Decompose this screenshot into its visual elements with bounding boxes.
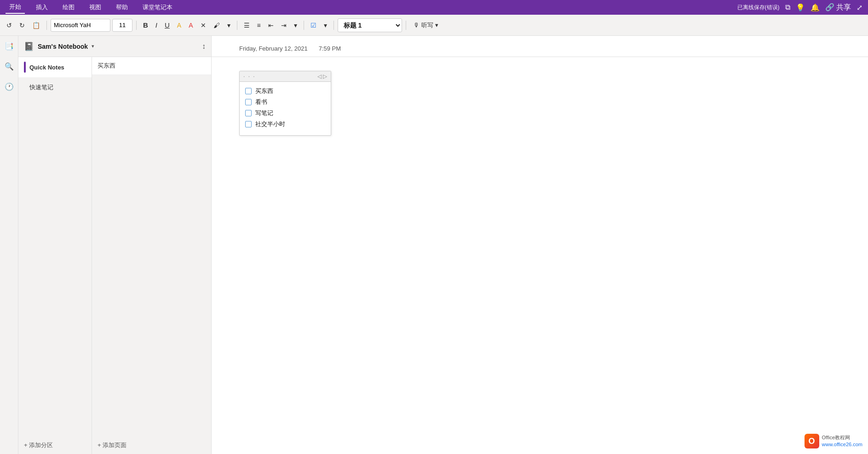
main-layout: 📑 🔍 🕐 📓 Sam's Notebook ▾ ↕ Quick Notes xyxy=(0,36,868,454)
undo-button[interactable]: ↺ xyxy=(4,20,15,31)
paint-button[interactable]: 🖌 xyxy=(211,20,223,31)
separator-1 xyxy=(46,21,47,30)
title-bar-right: 已离线保存(错误) ⧉ 💡 🔔 🔗 共享 ⤢ xyxy=(737,3,862,12)
todo-checkbox-button[interactable]: ☑ xyxy=(308,20,319,31)
section-item-quick-notes[interactable]: Quick Notes xyxy=(18,57,92,77)
heading-select[interactable]: 标题 1 xyxy=(338,18,402,32)
sections-icon[interactable]: 📑 xyxy=(3,40,16,52)
add-section-label: + 添加分区 xyxy=(24,441,53,449)
section-indicator-quick-notes xyxy=(24,62,26,73)
section-item-kuaisu-biji[interactable]: 快速笔记 xyxy=(18,77,92,98)
watermark-logo-text: O xyxy=(809,437,815,446)
duplicate-icon[interactable]: ⧉ xyxy=(785,3,790,11)
pages-panel: 买东西 + 添加页面 xyxy=(92,57,211,454)
sort-icon[interactable]: ↕ xyxy=(202,42,206,51)
watermark-line1: Office教程网 xyxy=(822,434,862,441)
todo-item-1: 买东西 xyxy=(245,86,325,97)
lightbulb-icon[interactable]: 💡 xyxy=(796,3,805,12)
section-label-kuaisu-biji: 快速笔记 xyxy=(29,83,53,92)
numbered-list-button[interactable]: ≡ xyxy=(254,20,264,31)
note-card-dots: · · · xyxy=(243,73,256,80)
menu-charu[interactable]: 插入 xyxy=(32,1,52,13)
separator-3 xyxy=(237,21,237,30)
todo-text-4: 社交半小时 xyxy=(255,120,285,128)
highlight-button[interactable]: A xyxy=(174,20,184,31)
menu-shitu[interactable]: 视图 xyxy=(86,1,105,13)
save-status: 已离线保存(错误) xyxy=(737,4,780,11)
todo-checkbox-1[interactable] xyxy=(245,88,252,94)
dictate-button[interactable]: 🎙 听写 ▾ xyxy=(410,19,442,31)
page-label-mai-dongxi: 买东西 xyxy=(98,62,115,69)
add-page-label: + 添加页面 xyxy=(98,441,126,449)
notebook-chevron[interactable]: ▾ xyxy=(92,43,94,49)
add-page-button[interactable]: + 添加页面 xyxy=(92,437,211,454)
section-indicator-kuaisu-biji xyxy=(24,82,26,93)
todo-item-4: 社交半小时 xyxy=(245,119,325,130)
page-header: Friday, February 12, 2021 7:59 PM xyxy=(212,36,868,57)
todo-item-2: 看书 xyxy=(245,97,325,108)
search-icon[interactable]: 🔍 xyxy=(3,60,16,73)
note-card[interactable]: · · · ◁ ▷ 买东西 看书 xyxy=(239,71,331,136)
bold-button[interactable]: B xyxy=(140,19,151,31)
content-area[interactable]: Friday, February 12, 2021 7:59 PM · · · … xyxy=(212,36,868,454)
menu-kebianji[interactable]: 课堂笔记本 xyxy=(139,1,176,13)
text-color-button[interactable]: A xyxy=(186,20,195,31)
todo-text-2: 看书 xyxy=(255,98,267,106)
toolbar: ↺ ↻ 📋 B I U A A ✕ 🖌 ▾ ☰ ≡ ⇤ ⇥ ▾ ☑ ▾ 标题 1… xyxy=(0,15,868,36)
title-bar: 开始 插入 绘图 视图 帮助 课堂笔记本 已离线保存(错误) ⧉ 💡 🔔 🔗 共… xyxy=(0,0,868,15)
page-item-mai-dongxi[interactable]: 买东西 xyxy=(92,57,211,75)
watermark: O Office教程网 www.office26.com xyxy=(805,434,862,448)
bullet-list-button[interactable]: ☰ xyxy=(241,20,253,31)
underline-button[interactable]: U xyxy=(162,19,172,31)
font-size-input[interactable] xyxy=(112,19,132,32)
page-time: 7:59 PM xyxy=(319,45,341,52)
separator-5 xyxy=(333,21,334,30)
sidebar-content: Quick Notes 快速笔记 + 添加分区 买东西 + 添加页面 xyxy=(18,57,211,454)
indent-decrease-button[interactable]: ⇤ xyxy=(265,20,276,31)
page-date: Friday, February 12, 2021 xyxy=(239,45,308,52)
italic-button[interactable]: I xyxy=(153,19,160,31)
bell-icon[interactable]: 🔔 xyxy=(811,3,820,12)
format-dropdown[interactable]: ▾ xyxy=(224,20,233,31)
dictate-label: 听写 xyxy=(421,21,433,29)
section-label-quick-notes: Quick Notes xyxy=(29,64,64,71)
note-card-arrows[interactable]: ◁ ▷ xyxy=(317,73,327,80)
todo-dropdown[interactable]: ▾ xyxy=(321,20,330,31)
menu-kaishi[interactable]: 开始 xyxy=(6,1,25,14)
todo-checkbox-4[interactable] xyxy=(245,121,252,127)
list-options-dropdown[interactable]: ▾ xyxy=(291,20,300,31)
notebook-header: 📓 Sam's Notebook ▾ ↕ xyxy=(18,36,211,57)
watermark-line2: www.office26.com xyxy=(822,441,862,448)
menu-bangzhu[interactable]: 帮助 xyxy=(112,1,132,13)
sections-panel: Quick Notes 快速笔记 + 添加分区 xyxy=(18,57,92,454)
todo-text-1: 买东西 xyxy=(255,87,273,95)
font-name-input[interactable] xyxy=(51,19,110,32)
indent-increase-button[interactable]: ⇥ xyxy=(278,20,289,31)
separator-4 xyxy=(304,21,304,30)
dictate-dropdown[interactable]: ▾ xyxy=(435,22,438,29)
icon-bar: 📑 🔍 🕐 xyxy=(0,36,18,454)
recent-icon[interactable]: 🕐 xyxy=(3,80,16,93)
todo-checkbox-3[interactable] xyxy=(245,110,252,116)
separator-6 xyxy=(406,21,406,30)
todo-text-3: 写笔记 xyxy=(255,109,273,117)
todo-item-3: 写笔记 xyxy=(245,108,325,119)
mic-icon: 🎙 xyxy=(414,22,420,29)
eraser-button[interactable]: ✕ xyxy=(198,20,209,31)
watermark-text: Office教程网 www.office26.com xyxy=(822,434,862,448)
clip-button[interactable]: 📋 xyxy=(29,20,43,31)
expand-icon[interactable]: ⤢ xyxy=(857,3,862,12)
add-section-button[interactable]: + 添加分区 xyxy=(18,437,92,454)
notebook-icon: 📓 xyxy=(24,41,34,52)
todo-checkbox-2[interactable] xyxy=(245,99,252,105)
sidebar: 📓 Sam's Notebook ▾ ↕ Quick Notes 快速笔记 xyxy=(18,36,212,454)
menu-huitu[interactable]: 绘图 xyxy=(59,1,78,13)
note-card-body: 买东西 看书 写笔记 社交半小时 xyxy=(240,82,331,135)
separator-2 xyxy=(136,21,137,30)
notebook-title[interactable]: Sam's Notebook xyxy=(38,43,88,50)
note-card-handle[interactable]: · · · ◁ ▷ xyxy=(240,71,331,82)
redo-button[interactable]: ↻ xyxy=(17,20,28,31)
note-container: · · · ◁ ▷ 买东西 看书 xyxy=(212,57,868,149)
watermark-logo: O xyxy=(805,434,819,448)
share-button[interactable]: 🔗 共享 xyxy=(825,3,851,12)
